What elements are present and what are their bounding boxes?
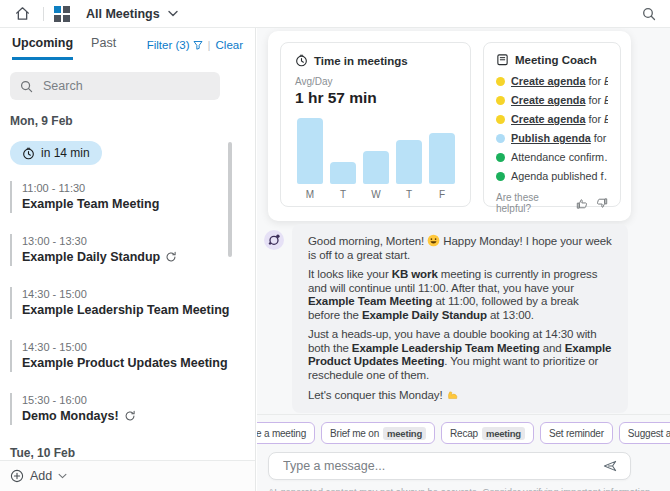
thumbs-up-button[interactable] bbox=[576, 197, 589, 210]
meetings-dropdown[interactable]: All Meetings bbox=[80, 6, 184, 22]
coach-item-text: Create agenda for E… bbox=[511, 94, 608, 106]
meeting-list-item[interactable]: 13:00 - 13:30Example Daily Standup bbox=[10, 234, 255, 266]
meeting-list-item[interactable]: 14:30 - 15:00Example Leadership Team Mee… bbox=[10, 287, 255, 319]
avg-per-day-value: 1 hr 57 min bbox=[295, 89, 456, 107]
thumbs-down-button[interactable] bbox=[595, 197, 608, 210]
filter-links: Filter (3) | Clear bbox=[147, 39, 243, 60]
date-header: Mon, 9 Feb bbox=[10, 114, 255, 128]
recurring-icon bbox=[124, 410, 136, 422]
ai-assistant-avatar bbox=[264, 230, 284, 250]
composer: e a meetingBrief me onmeetingRecapmeetin… bbox=[257, 414, 670, 491]
recurring-icon bbox=[165, 251, 177, 263]
status-dot bbox=[496, 77, 505, 86]
meeting-title: Example Team Meeting bbox=[22, 197, 255, 211]
bar-column: M bbox=[297, 116, 323, 200]
bar-tick-label: F bbox=[439, 189, 445, 200]
meeting-coach-card: Meeting Coach Create agenda for E…Create… bbox=[483, 42, 621, 207]
time-in-meetings-title: Time in meetings bbox=[314, 55, 408, 67]
suggestion-chip[interactable]: Set reminder bbox=[540, 422, 613, 444]
meeting-title: Example Product Updates Meeting bbox=[22, 356, 255, 370]
home-button[interactable] bbox=[12, 3, 33, 24]
message-input-row bbox=[268, 452, 631, 480]
coach-item-text: Agenda published f… bbox=[511, 170, 608, 182]
suggestion-chip[interactable]: Suggest agenda topic bbox=[619, 422, 670, 444]
suggestion-chip[interactable]: e a meeting bbox=[257, 422, 315, 444]
message-paragraph: Let's conquer this Monday! bbox=[308, 388, 612, 403]
home-icon bbox=[14, 5, 31, 22]
message-paragraph: It looks like your KB work meeting is cu… bbox=[308, 268, 612, 322]
coach-item-text: Attendance confirm… bbox=[511, 151, 608, 163]
coach-item[interactable]: Create agenda for E… bbox=[496, 75, 608, 87]
add-plus-icon bbox=[10, 469, 24, 483]
feedback-row: Are these helpful? bbox=[496, 192, 608, 214]
status-dot bbox=[496, 115, 505, 124]
link-separator: | bbox=[208, 39, 211, 51]
suggestion-chip[interactable]: Recapmeeting bbox=[441, 422, 534, 444]
countdown-label: in 14 min bbox=[41, 146, 90, 160]
tab-upcoming[interactable]: Upcoming bbox=[12, 36, 73, 60]
coach-item[interactable]: Create agenda for E… bbox=[496, 113, 608, 125]
global-search-button[interactable] bbox=[640, 5, 658, 23]
apps-grid-icon[interactable] bbox=[54, 6, 70, 22]
app-root: All Meetings Upcoming Past Filter (3) bbox=[0, 0, 670, 491]
sidebar-search bbox=[10, 72, 220, 100]
search-icon bbox=[20, 80, 33, 93]
send-icon bbox=[602, 459, 618, 473]
send-button[interactable] bbox=[594, 457, 626, 475]
bar-0 bbox=[297, 118, 323, 184]
filter-funnel-icon bbox=[193, 40, 203, 50]
search-icon bbox=[642, 7, 656, 21]
top-bar: All Meetings bbox=[0, 0, 670, 28]
meeting-time: 11:00 - 11:30 bbox=[22, 182, 255, 194]
thumbs-down-icon bbox=[595, 197, 608, 210]
meeting-title: Example Daily Standup bbox=[22, 250, 255, 264]
meeting-list: 11:00 - 11:30Example Team Meeting13:00 -… bbox=[10, 181, 255, 425]
meeting-list-item[interactable]: 14:30 - 15:00Example Product Updates Mee… bbox=[10, 340, 255, 372]
countdown-badge: in 14 min bbox=[10, 141, 102, 165]
meeting-coach-title: Meeting Coach bbox=[515, 54, 597, 66]
filter-label: Filter (3) bbox=[147, 39, 190, 51]
bar-tick-label: W bbox=[371, 189, 380, 200]
coach-suggestion-list: Create agenda for E…Create agenda for E…… bbox=[496, 75, 608, 182]
main-area: Time in meetings Avg/Day 1 hr 57 min MTW… bbox=[257, 28, 670, 491]
meeting-token: meeting bbox=[383, 427, 426, 440]
coach-item-text: Create agenda for E… bbox=[511, 75, 608, 87]
bar-column: W bbox=[363, 116, 389, 200]
coach-action-link[interactable]: Create agenda bbox=[511, 94, 585, 106]
message-paragraph: Just a heads-up, you have a double booki… bbox=[308, 328, 612, 382]
coach-action-link[interactable]: Publish agenda bbox=[511, 132, 591, 144]
meeting-time: 15:30 - 16:00 bbox=[22, 394, 255, 406]
meeting-list-item[interactable]: 15:30 - 16:00Demo Mondays! bbox=[10, 393, 255, 425]
tab-past[interactable]: Past bbox=[91, 36, 116, 60]
suggestion-chip[interactable]: Brief me onmeeting bbox=[321, 422, 435, 444]
thumbs-up-icon bbox=[576, 197, 589, 210]
coach-item[interactable]: Publish agenda for … bbox=[496, 132, 608, 144]
weekly-bar-chart: MTWTF bbox=[297, 116, 456, 200]
add-label: Add bbox=[30, 469, 52, 483]
widgets-panel: Time in meetings Avg/Day 1 hr 57 min MTW… bbox=[268, 31, 631, 221]
status-dot bbox=[496, 134, 505, 143]
suggestion-chips-row: e a meetingBrief me onmeetingRecapmeetin… bbox=[257, 422, 670, 444]
tab-bar: Upcoming Past Filter (3) | Clear bbox=[0, 28, 255, 60]
filter-link[interactable]: Filter (3) bbox=[147, 39, 203, 51]
message-input[interactable] bbox=[281, 458, 594, 474]
clear-filter-link[interactable]: Clear bbox=[216, 39, 243, 51]
search-input[interactable] bbox=[41, 78, 210, 94]
message-paragraph: Good morning, Morten! Happy Monday! I ho… bbox=[308, 234, 612, 262]
meeting-time: 14:30 - 15:00 bbox=[22, 341, 255, 353]
meeting-time: 13:00 - 13:30 bbox=[22, 235, 255, 247]
notes-icon bbox=[496, 53, 509, 66]
bar-column: T bbox=[330, 116, 356, 200]
meetings-dropdown-label: All Meetings bbox=[86, 7, 160, 21]
coach-action-link[interactable]: Create agenda bbox=[511, 113, 585, 125]
add-meeting-button[interactable]: Add bbox=[10, 469, 67, 483]
meeting-list-item[interactable]: 11:00 - 11:30Example Team Meeting bbox=[10, 181, 255, 213]
sidebar-scrollbar[interactable] bbox=[228, 142, 232, 257]
meeting-title: Example Leadership Team Meeting bbox=[22, 303, 255, 317]
next-date-header: Tue, 10 Feb bbox=[10, 446, 255, 460]
coach-action-link[interactable]: Create agenda bbox=[511, 75, 585, 87]
coach-item-text: Publish agenda for … bbox=[511, 132, 608, 144]
smile-emoji-icon bbox=[427, 235, 440, 247]
coach-item[interactable]: Create agenda for E… bbox=[496, 94, 608, 106]
meeting-token: meeting bbox=[482, 427, 525, 440]
